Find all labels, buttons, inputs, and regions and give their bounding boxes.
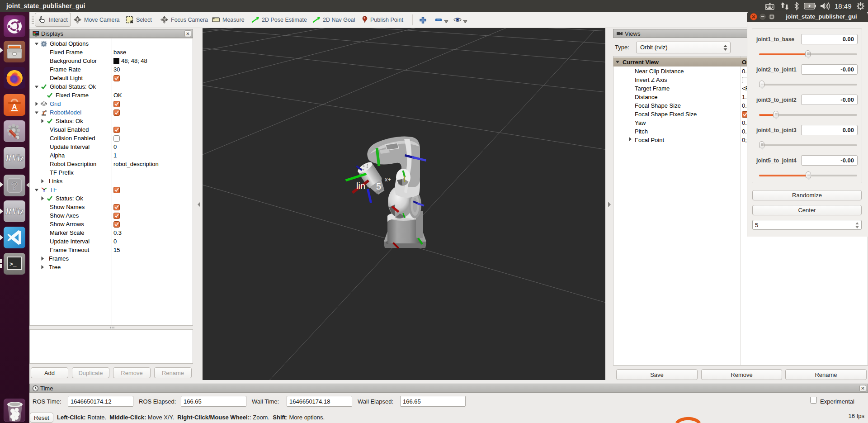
svg-text:A: A <box>12 103 17 111</box>
svg-text:?: ? <box>11 180 18 192</box>
svg-text:lin: lin <box>356 181 365 191</box>
svg-text:RViz: RViz <box>5 206 24 217</box>
svg-text:x+: x+ <box>385 176 391 183</box>
svg-text:RViz: RViz <box>5 152 24 163</box>
svg-text:5: 5 <box>376 181 381 191</box>
svg-text:>_: >_ <box>9 261 17 268</box>
